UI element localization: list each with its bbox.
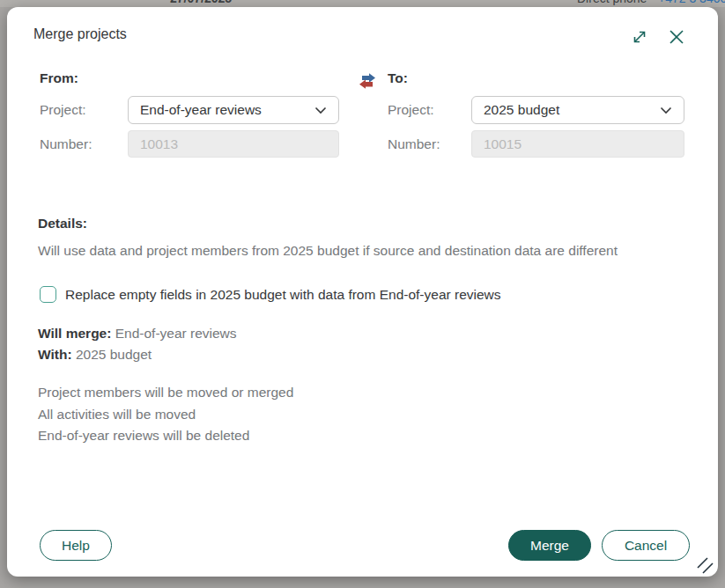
backdrop-page-fragment: 27/07/2025 Direct phone +472 3 3400 <box>0 0 725 7</box>
to-project-selected-value: 2025 budget <box>484 102 559 118</box>
merge-projects-dialog: Merge projects From: To: Project: End-of… <box>7 7 718 577</box>
merge-note: End-of-year reviews will be deleted <box>38 425 293 447</box>
replace-empty-fields-checkbox-label: Replace empty fields in 2025 budget with… <box>65 287 501 303</box>
from-number-input <box>128 130 339 158</box>
chevron-down-icon <box>314 107 327 114</box>
replace-empty-fields-checkbox[interactable] <box>40 286 56 303</box>
cancel-button[interactable]: Cancel <box>602 530 690 561</box>
chevron-down-icon <box>660 107 672 114</box>
with-label: With: <box>38 347 72 362</box>
backdrop-date-fragment: 27/07/2025 <box>170 0 232 5</box>
backdrop-phone-label-fragment: Direct phone <box>577 0 647 5</box>
merge-note: All activities will be moved <box>38 404 293 426</box>
details-heading: Details: <box>38 216 87 232</box>
to-project-label: Project: <box>388 102 434 118</box>
with-line: With: 2025 budget <box>38 344 152 365</box>
will-merge-line: Will merge: End-of-year reviews <box>38 323 237 344</box>
from-heading: From: <box>40 70 78 86</box>
with-value: 2025 budget <box>76 347 152 362</box>
to-heading: To: <box>388 70 408 86</box>
expand-icon[interactable] <box>631 28 648 46</box>
dialog-title: Merge projects <box>33 26 127 42</box>
will-merge-value: End-of-year reviews <box>115 326 237 341</box>
help-button[interactable]: Help <box>40 530 112 561</box>
to-number-label: Number: <box>388 136 440 152</box>
to-project-select[interactable]: 2025 budget <box>471 96 684 124</box>
swap-arrows-icon <box>357 72 378 90</box>
backdrop-phone-link-fragment: +472 3 3400 <box>658 0 725 5</box>
from-project-label: Project: <box>40 102 86 118</box>
will-merge-label: Will merge: <box>38 326 111 341</box>
details-description: Will use data and project members from 2… <box>38 239 655 261</box>
close-icon[interactable] <box>667 27 686 47</box>
to-number-input <box>471 130 684 158</box>
from-number-label: Number: <box>40 136 92 152</box>
from-project-selected-value: End-of-year reviews <box>140 102 262 118</box>
from-project-select[interactable]: End-of-year reviews <box>128 96 339 124</box>
merge-button[interactable]: Merge <box>508 530 591 561</box>
merge-note: Project members will be moved or merged <box>38 382 293 404</box>
resize-handle[interactable] <box>696 556 715 576</box>
merge-notes: Project members will be moved or merged … <box>38 382 293 447</box>
